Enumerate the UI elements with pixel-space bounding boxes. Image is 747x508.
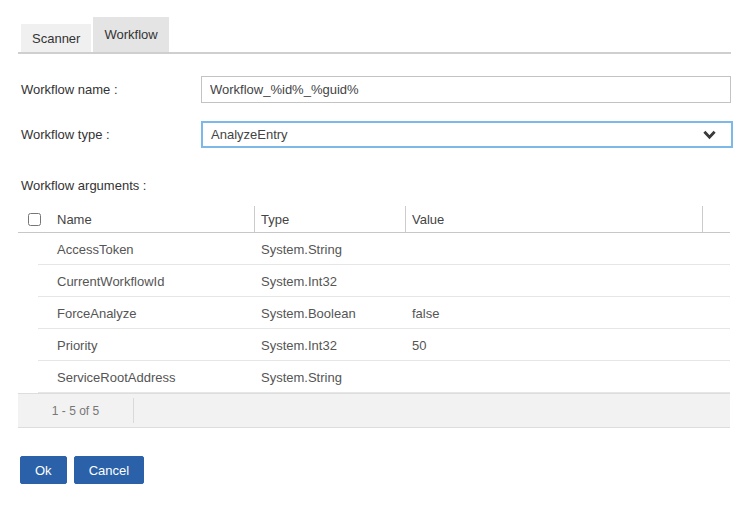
cell-name: AccessToken xyxy=(57,233,255,265)
table-row[interactable]: ServiceRootAddress System.String xyxy=(18,361,730,393)
tab-workflow[interactable]: Workflow xyxy=(93,17,168,52)
cell-name: Priority xyxy=(57,329,255,361)
cell-type: System.String xyxy=(255,361,406,393)
cell-type: System.Int32 xyxy=(255,265,406,297)
tab-scanner-label: Scanner xyxy=(32,31,80,46)
action-button-bar: Ok Cancel xyxy=(20,456,747,484)
arguments-table: Name Type Value AccessToken System.Strin… xyxy=(18,206,730,428)
tab-bar: Scanner Workflow xyxy=(18,0,731,54)
cancel-button[interactable]: Cancel xyxy=(74,456,144,484)
tab-scanner[interactable]: Scanner xyxy=(21,24,91,52)
workflow-name-row: Workflow name : xyxy=(21,76,747,103)
cell-type: System.Boolean xyxy=(255,297,406,329)
select-all-checkbox[interactable] xyxy=(28,213,41,226)
column-header-name: Name xyxy=(57,206,255,232)
header-checkbox-cell xyxy=(18,206,57,232)
cell-value: false xyxy=(406,297,703,329)
chevron-down-icon xyxy=(702,128,717,141)
cell-name: CurrentWorkflowId xyxy=(57,265,255,297)
cell-name: ForceAnalyze xyxy=(57,297,255,329)
workflow-type-select[interactable]: AnalyzeEntry xyxy=(201,121,733,148)
workflow-arguments-label: Workflow arguments : xyxy=(21,178,747,193)
table-row[interactable]: CurrentWorkflowId System.Int32 xyxy=(18,265,730,297)
cell-type: System.String xyxy=(255,233,406,265)
workflow-name-input[interactable] xyxy=(201,76,731,103)
workflow-type-value: AnalyzeEntry xyxy=(211,127,288,142)
table-row[interactable]: AccessToken System.String xyxy=(18,233,730,265)
workflow-type-label: Workflow type : xyxy=(21,127,201,142)
column-header-type: Type xyxy=(255,206,406,232)
column-header-value: Value xyxy=(406,206,703,232)
table-row[interactable]: Priority System.Int32 50 xyxy=(18,329,730,361)
cell-value: 50 xyxy=(406,329,703,361)
table-row[interactable]: ForceAnalyze System.Boolean false xyxy=(18,297,730,329)
table-footer: 1 - 5 of 5 xyxy=(18,393,730,428)
workflow-type-row: Workflow type : AnalyzeEntry xyxy=(21,121,747,148)
cell-value xyxy=(406,233,703,265)
cell-value xyxy=(406,361,703,393)
workflow-name-label: Workflow name : xyxy=(21,82,201,97)
cell-value xyxy=(406,265,703,297)
table-header-row: Name Type Value xyxy=(18,206,730,233)
cell-name: ServiceRootAddress xyxy=(57,361,255,393)
cell-type: System.Int32 xyxy=(255,329,406,361)
tab-workflow-label: Workflow xyxy=(104,27,157,42)
ok-button[interactable]: Ok xyxy=(20,456,67,484)
pagination-status: 1 - 5 of 5 xyxy=(18,398,134,423)
header-spacer-cell xyxy=(703,206,730,232)
